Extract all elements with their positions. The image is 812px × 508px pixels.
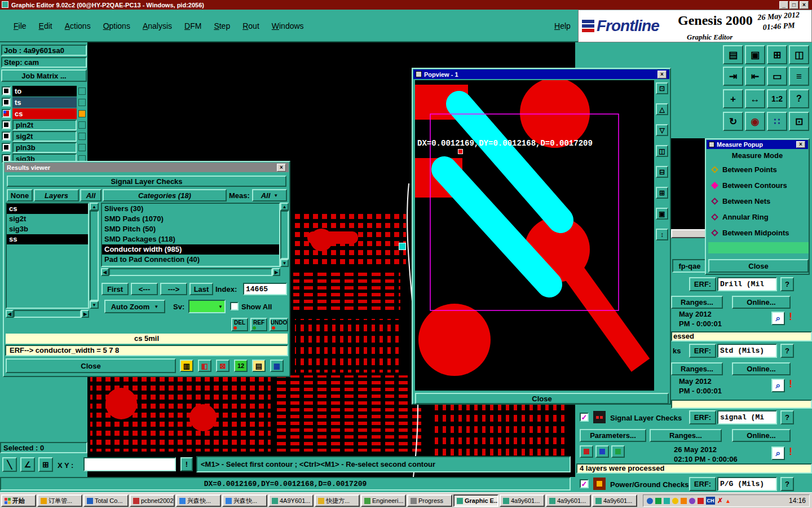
taskbar-task[interactable]: pcbnet2002 (130, 494, 175, 507)
menu-rout[interactable]: Rout (242, 21, 259, 30)
last-button[interactable]: Last (189, 283, 213, 295)
menu-step[interactable]: Step (214, 21, 230, 30)
categories-hscrollbar[interactable]: ◀ ▶ (101, 268, 280, 276)
meas-dropdown[interactable]: All▼ (252, 189, 287, 202)
auto-zoom-dropdown[interactable]: Auto Zoom▼ (104, 300, 165, 313)
scroll-down-icon[interactable]: ▼ (280, 259, 289, 267)
prev-button[interactable]: <--- (131, 283, 158, 295)
taskbar-task[interactable]: Engineeri... (361, 494, 406, 507)
tray-tool-icon[interactable] (689, 498, 695, 504)
results-swap-button[interactable]: ◧ (198, 360, 211, 372)
tray-genesis-icon[interactable] (664, 498, 670, 504)
layer-visibility-checkbox[interactable] (2, 143, 11, 152)
taskbar-task[interactable]: 兴森快... (222, 494, 267, 507)
xy-input[interactable] (83, 457, 176, 471)
tray-antivirus-icon[interactable] (655, 498, 661, 504)
scroll-right-icon[interactable]: ▶ (272, 268, 280, 276)
alert-button[interactable]: ! (180, 457, 193, 471)
measure-option-between-midpoints[interactable]: Between Midpoints (708, 225, 809, 240)
erf-button[interactable]: ERF: (689, 344, 716, 358)
erf-field[interactable]: Drill (Mil (717, 277, 777, 291)
filter-none-button[interactable]: None (7, 189, 33, 202)
taskbar-task[interactable]: 4a9y601... (546, 494, 591, 507)
erf-help-button[interactable]: ? (780, 410, 794, 424)
menu-edit[interactable]: Edit (39, 21, 52, 30)
erf-button[interactable]: ERF: (689, 410, 716, 424)
list-item[interactable]: sig2t (7, 214, 88, 224)
category-item[interactable]: SMD Pads (1070) (102, 214, 279, 224)
measure-option-between-points[interactable]: Between Points (708, 162, 809, 177)
toolbar-pan-button[interactable]: ↔ (745, 89, 765, 108)
online-button[interactable]: Online... (732, 362, 791, 375)
popview-side-up-button[interactable]: △ (656, 103, 668, 115)
layer-name[interactable]: ts (12, 97, 77, 108)
menu-actions[interactable]: Actions (65, 21, 91, 30)
scroll-right-icon[interactable]: ▶ (81, 310, 89, 318)
popview-side-scroll-button[interactable]: ↕ (656, 229, 668, 240)
toolbar-export-button[interactable]: ▤ (723, 45, 743, 64)
scroll-up-icon[interactable]: ▲ (280, 203, 289, 211)
list-item[interactable]: sig3b (7, 224, 88, 234)
layer-marker-icon[interactable] (78, 133, 86, 140)
results-notes-button[interactable]: ▤ (252, 360, 266, 372)
scroll-left-icon[interactable]: ◀ (6, 310, 14, 318)
first-button[interactable]: First (102, 283, 129, 295)
toolbar-layers-button[interactable]: ≡ (789, 67, 809, 86)
ranges-button[interactable]: Ranges... (650, 429, 722, 442)
list-item[interactable]: ss (7, 234, 88, 244)
results-titlebar[interactable]: Results viewer × (5, 163, 289, 172)
erf-help-button[interactable]: ? (780, 477, 794, 491)
taskbar-task[interactable]: 4A9Y601... (268, 494, 314, 507)
erf-field[interactable]: signal (Mi (717, 410, 777, 424)
toolbar-matrix-button[interactable]: ⊡ (789, 112, 809, 131)
erf-field[interactable]: P/G (Mils) (717, 477, 777, 491)
popview-side-full-button[interactable]: ▣ (656, 208, 668, 220)
toolbar-rect-button[interactable]: ▭ (767, 67, 787, 86)
layer-name[interactable]: cs (12, 108, 77, 119)
filter-layers-button[interactable]: Layers (34, 189, 79, 202)
start-button[interactable]: 开始 (1, 494, 36, 507)
category-item[interactable]: Conductor width (985) (102, 244, 279, 255)
category-item[interactable]: SMD Pitch (50) (102, 224, 279, 234)
signal-checks-checkbox[interactable]: ✓ (580, 413, 589, 422)
toolbar-moveout-button[interactable]: ⇤ (745, 67, 765, 86)
online-button[interactable]: Online... (732, 296, 791, 309)
tray-close-icon[interactable]: ✗ (717, 497, 723, 505)
next-button[interactable]: ---> (160, 283, 187, 295)
layer-marker-icon[interactable] (78, 110, 86, 117)
measure-option-annular-ring[interactable]: Annular Ring (708, 209, 809, 224)
tray-alert-icon[interactable]: ▲ (725, 498, 731, 504)
fp-qae-tab[interactable]: fp-qae (672, 259, 707, 273)
erf-field[interactable]: Std (Mils) (717, 344, 777, 358)
menu-dfm[interactable]: DFM (184, 21, 201, 30)
popview-side-zoomin-button[interactable]: ⊞ (656, 187, 668, 199)
results-count-button[interactable]: 12 (234, 360, 248, 372)
results-delete-button[interactable]: ⊠ (216, 360, 230, 372)
taskbar-task[interactable]: 订单管... (37, 494, 82, 507)
layer-visibility-checkbox[interactable] (2, 132, 11, 141)
popview-titlebar[interactable]: Popview - 1 × (413, 69, 669, 79)
taskbar-task[interactable]: 兴森快... (176, 494, 221, 507)
index-input[interactable]: 14665 (243, 283, 287, 295)
maximize-button[interactable]: □ (789, 1, 798, 9)
tray-update-icon[interactable] (672, 498, 678, 504)
job-matrix-button[interactable]: Job Matrix ... (1, 69, 87, 82)
popview-side-zoomwin-button[interactable]: ⊡ (656, 82, 668, 94)
results-histogram-button[interactable]: ▥ (180, 360, 193, 372)
axes-tool-button[interactable]: ∠ (20, 457, 35, 472)
layer-visibility-checkbox[interactable] (2, 98, 11, 107)
menu-options[interactable]: Options (103, 21, 130, 30)
popview-side-down-button[interactable]: ▽ (656, 124, 668, 136)
toolbar-help-button[interactable]: ? (789, 89, 809, 108)
ref-button[interactable]: REF (250, 318, 267, 331)
filter-all-button[interactable]: All (80, 189, 102, 202)
results-layer-list[interactable]: cs sig2t sig3b ss (6, 203, 89, 309)
layer-name[interactable]: to (12, 86, 77, 97)
popview-side-compare-button[interactable]: ◫ (656, 145, 668, 157)
popview-close-button[interactable]: Close (415, 393, 669, 404)
table-tool-button[interactable] (611, 445, 625, 458)
toolbar-display-button[interactable]: ▣ (745, 45, 765, 64)
layer-marker-icon[interactable] (78, 87, 86, 95)
layer-marker-icon[interactable] (78, 144, 86, 151)
measure-option-between-contours[interactable]: Between Contours (708, 178, 809, 192)
